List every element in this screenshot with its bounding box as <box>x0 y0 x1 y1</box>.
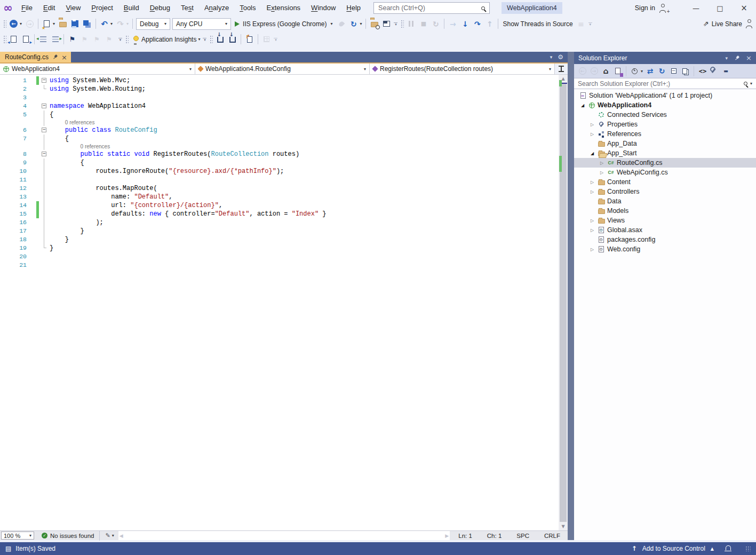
decrease-indent-button[interactable] <box>37 33 49 46</box>
notifications-bell-icon[interactable] <box>723 544 733 553</box>
tree-item-properties[interactable]: ▷Properties <box>574 120 756 129</box>
issues-status-label[interactable]: No issues found <box>50 533 94 539</box>
chevron-down-icon[interactable]: ▾ <box>112 533 114 538</box>
code-map-button[interactable]: ▾ <box>260 33 279 46</box>
expander-closed-icon[interactable]: ▷ <box>588 180 596 185</box>
tree-item-app-start[interactable]: ◢App_Start <box>574 148 756 158</box>
menu-file[interactable]: File <box>16 0 38 16</box>
scroll-left-icon[interactable]: ◀ <box>120 533 123 538</box>
menu-project[interactable]: Project <box>86 0 118 16</box>
menu-extensions[interactable]: Extensions <box>261 0 306 16</box>
toolbar-drag-grip[interactable] <box>125 35 129 44</box>
step-over-button[interactable]: ↷ <box>471 18 483 30</box>
navigate-forward-editor-button[interactable] <box>20 33 32 46</box>
threads-view-button[interactable]: ≡▾ <box>575 18 594 30</box>
tree-item-connected-services[interactable]: Connected Services <box>574 110 756 120</box>
expander-closed-icon[interactable]: ▷ <box>588 247 596 252</box>
previous-bookmark-button[interactable]: ⚑ <box>78 33 91 46</box>
toolbar-overflow-icon[interactable]: ▾ <box>274 38 277 41</box>
se-properties-button[interactable] <box>709 65 720 77</box>
toolbar-drag-grip[interactable] <box>3 19 6 29</box>
menu-help[interactable]: Help <box>341 0 366 16</box>
solution-explorer-search-input[interactable]: Search Solution Explorer (Ctrl+;) ▾ <box>574 78 756 89</box>
scrollbar-thumb[interactable] <box>560 83 567 522</box>
undo-button[interactable]: ↶▾ <box>98 18 114 30</box>
pin-icon[interactable] <box>51 53 59 61</box>
stop-debugging-button[interactable]: ■ <box>417 18 429 30</box>
line-ending-indicator[interactable]: CRLF <box>544 533 560 539</box>
se-collapse-all-button[interactable]: − <box>668 65 679 77</box>
find-in-files-button[interactable] <box>368 18 380 30</box>
maximize-button[interactable]: □ <box>708 0 732 16</box>
auto-hide-pin-icon[interactable] <box>733 54 741 61</box>
editor-vertical-scrollbar[interactable]: ▲ ▼ <box>559 75 568 530</box>
tree-item-views[interactable]: ▷Views <box>574 216 756 225</box>
tree-item-data[interactable]: Data <box>574 196 756 206</box>
expander-closed-icon[interactable]: ▷ <box>588 228 596 233</box>
tree-item-global-asax[interactable]: ▷Global.asax <box>574 225 756 235</box>
solution-explorer-header[interactable]: Solution Explorer ▾ × <box>574 52 756 64</box>
restart-button[interactable]: ↻▾ <box>347 18 363 30</box>
fold-marker[interactable]: − <box>41 126 49 134</box>
expander-open-icon[interactable]: ◢ <box>588 151 596 156</box>
fold-marker[interactable]: − <box>41 76 49 85</box>
navigate-forward-button[interactable]: → <box>23 18 36 30</box>
fold-marker[interactable]: − <box>41 150 49 158</box>
tree-item-webapplication4[interactable]: ◢WebApplication4 <box>574 100 756 110</box>
codelens-row[interactable]: 0 references <box>0 143 568 150</box>
toolbar-drag-grip[interactable] <box>400 19 404 29</box>
break-all-button[interactable] <box>405 18 417 30</box>
toolbar-overflow-icon[interactable]: ▾ <box>118 38 122 41</box>
se-home-button[interactable]: ⌂ <box>600 65 611 77</box>
redo-button[interactable]: ↷▾ <box>114 18 130 30</box>
expander-closed-icon[interactable]: ▷ <box>588 218 596 223</box>
tree-item-controllers[interactable]: ▷Controllers <box>574 187 756 196</box>
expander-closed-icon[interactable]: ▷ <box>588 189 596 194</box>
se-view-code-button[interactable]: <> <box>697 65 708 77</box>
zoom-level-select[interactable]: 100 % ▾ <box>1 532 34 540</box>
menu-build[interactable]: Build <box>118 0 145 16</box>
project-dropdown[interactable]: WebApplication4 ▾ <box>0 64 195 74</box>
bookmarks-overflow-button[interactable]: ▾ <box>115 33 124 46</box>
menu-analyze[interactable]: Analyze <box>199 0 234 16</box>
horizontal-scrollbar[interactable]: ◀ ▶ <box>118 531 450 540</box>
tab-close-icon[interactable]: × <box>61 53 67 61</box>
menu-edit[interactable]: Edit <box>38 0 60 16</box>
close-button[interactable]: × <box>732 0 756 16</box>
attach-to-process-button[interactable]: ▾ <box>380 18 399 30</box>
type-dropdown[interactable]: WebApplication4.RouteConfig ▾ <box>195 64 370 74</box>
tree-item-references[interactable]: ▷References <box>574 129 756 139</box>
tree-item-models[interactable]: Models <box>574 206 756 216</box>
toolbar-drag-grip[interactable] <box>209 35 213 44</box>
tree-item-app-data[interactable]: App_Data <box>574 139 756 148</box>
expander-open-icon[interactable]: ◢ <box>578 103 587 108</box>
next-bookmark-button[interactable]: ⚑ <box>91 33 103 46</box>
tree-item-webapiconfig-cs[interactable]: ▷C#WebApiConfig.cs <box>574 168 756 177</box>
navigate-back-editor-button[interactable] <box>7 33 20 46</box>
save-all-button[interactable] <box>81 18 93 30</box>
expander-closed-icon[interactable]: ▷ <box>588 122 596 127</box>
se-forward-button[interactable]: → <box>588 65 600 77</box>
feedback-button[interactable] <box>744 18 756 30</box>
toolbar-overflow-icon[interactable]: ▾ <box>588 22 592 26</box>
column-indicator[interactable]: Ch: 1 <box>487 533 502 539</box>
solution-configurations-select[interactable]: Debug▾ <box>136 18 170 30</box>
code-cleanup-pen-icon[interactable]: ✎ <box>105 532 110 539</box>
add-to-source-control-button[interactable]: Add to Source Control <box>642 545 705 552</box>
se-pending-changes-filter-button[interactable]: ▾ <box>629 65 644 77</box>
expander-closed-icon[interactable]: ▷ <box>598 170 606 175</box>
tree-item-routeconfig-cs[interactable]: ▷C#RouteConfig.cs <box>574 158 756 168</box>
menu-view[interactable]: View <box>60 0 86 16</box>
hot-reload-button[interactable] <box>335 18 347 30</box>
panel-splitter[interactable] <box>568 52 574 540</box>
code-editor[interactable]: 1−using System.Web.Mvc;2using System.Web… <box>0 75 568 530</box>
minimize-button[interactable]: — <box>684 0 708 16</box>
add-data-tip-button[interactable] <box>214 33 226 46</box>
export-data-tips-button[interactable] <box>226 33 238 46</box>
tab-well-options-gear-icon[interactable]: ⚙ <box>558 53 563 61</box>
publish-button[interactable] <box>243 33 256 46</box>
line-indicator[interactable]: Ln: 1 <box>458 533 472 539</box>
expander-closed-icon[interactable]: ▷ <box>598 161 606 165</box>
toolbar-overflow-icon[interactable]: ▾ <box>394 22 397 26</box>
spaces-indicator[interactable]: SPC <box>516 533 529 539</box>
